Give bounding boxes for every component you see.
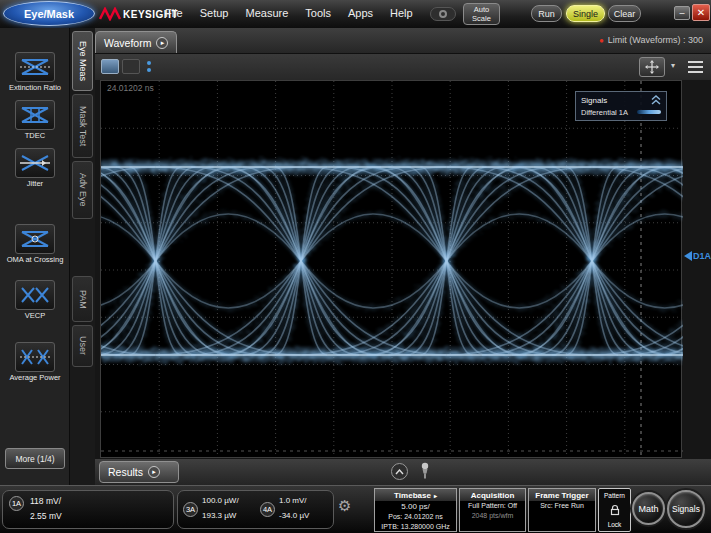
tool-label: VECP (0, 312, 70, 321)
display-toolbar: ▾ (95, 54, 711, 80)
menu-file[interactable]: File (165, 7, 183, 19)
frame-trigger-panel[interactable]: Frame Trigger Src: Free Run (528, 488, 596, 532)
menu-help[interactable]: Help (390, 7, 413, 19)
auto-scale-button[interactable]: Auto Scale (463, 3, 500, 25)
tab-pam[interactable]: PAM (72, 276, 93, 322)
tab-eye-meas[interactable]: Eye Meas (72, 31, 93, 91)
pin-icon (419, 462, 431, 479)
acquisition-full-pattern: Full Pattern: Off (460, 501, 525, 511)
tab-results[interactable]: Results ▸ (99, 461, 179, 483)
signals-button[interactable]: Signals (667, 490, 705, 528)
math-button[interactable]: Math (632, 492, 665, 525)
pan-dropdown-icon[interactable]: ▾ (671, 61, 675, 70)
channel-1a-offset: 2.55 mV (30, 511, 62, 521)
statusbar: 1A 118 mV/ 2.55 mV 3A 100.0 µW/ 193.3 µW… (0, 485, 711, 533)
eye-diagram-display[interactable]: 24.01202 ns Signals Differential 1A (100, 80, 682, 458)
timebase-iptb: IPTB: 13.280000 GHz (375, 522, 456, 532)
channel-3a-4a-panel[interactable]: 3A 100.0 µW/ 193.3 µW 4A 1.0 mV/ -34.0 µ… (177, 490, 334, 529)
signal-color-swatch (637, 110, 661, 114)
timebase-panel[interactable]: Timebase ▸ 5.00 ps/ Pos: 24.01202 ns IPT… (374, 488, 457, 532)
category-tab-strip: Eye Meas Mask Test Adv Eye PAM User (70, 28, 95, 485)
keysight-spark-icon (99, 7, 121, 21)
pan-button[interactable] (639, 57, 665, 77)
tab-adv-eye[interactable]: Adv Eye (72, 161, 93, 219)
titlebar: Eye/Mask KEYSIGHT File Setup Measure Too… (0, 0, 711, 28)
waveform-tab-bar: Waveform ▸ ● Limit (Waveforms) : 300 (95, 28, 711, 54)
panel-expand-icon: ▸ (434, 492, 437, 499)
pattern-lock-bottom-label: Lock (608, 521, 622, 528)
channel-1a-button[interactable]: 1A (9, 496, 24, 511)
channel-1a-scale: 118 mV/ (30, 496, 61, 506)
collapse-chevrons-icon[interactable] (651, 95, 661, 105)
sidebar-item-tdec[interactable]: TDEC (0, 100, 70, 141)
single-button[interactable]: Single (566, 5, 605, 22)
menu-tools[interactable]: Tools (305, 7, 331, 19)
signals-legend[interactable]: Signals Differential 1A (575, 91, 667, 121)
tab-mask-test[interactable]: Mask Test (72, 94, 93, 158)
close-button[interactable]: ✕ (692, 4, 710, 21)
collapse-panel-button[interactable] (391, 463, 408, 480)
pattern-lock-button[interactable]: Pattern Lock (598, 488, 631, 532)
menu-apps[interactable]: Apps (348, 7, 373, 19)
extinction-ratio-icon (15, 52, 55, 82)
marker-label: D1A (693, 251, 711, 261)
tab-expand-icon[interactable]: ▸ (148, 466, 160, 478)
channel-marker-d1a[interactable]: D1A (684, 251, 711, 261)
tool-label: TDEC (0, 132, 70, 141)
sidebar-item-average-power[interactable]: Average Power (0, 342, 70, 383)
menu-setup[interactable]: Setup (200, 7, 229, 19)
clear-button[interactable]: Clear (608, 5, 641, 22)
limit-record-icon: ● (599, 36, 604, 45)
menu-hamburger-icon[interactable] (688, 61, 703, 73)
minimize-button[interactable]: – (674, 6, 690, 20)
sidebar-item-vecp[interactable]: VECP (0, 280, 70, 321)
limit-text: Limit (Waveforms) : 300 (608, 35, 703, 45)
chevron-up-icon (395, 469, 404, 475)
tool-label: Jitter (0, 180, 70, 189)
tab-results-label: Results (108, 466, 143, 478)
jitter-icon (15, 148, 55, 178)
acquisition-points: 2048 pts/wfm (460, 511, 525, 521)
vecp-icon (15, 280, 55, 310)
tab-user[interactable]: User (72, 325, 93, 367)
sidebar-item-oma-at-crossing[interactable]: OMA at Crossing (0, 224, 70, 265)
channel-4a-offset: -34.0 µV (279, 511, 309, 520)
gear-icon[interactable]: ⚙ (338, 497, 351, 515)
frame-trigger-title: Frame Trigger (535, 491, 588, 500)
more-pages-button[interactable]: More (1/4) (5, 448, 65, 469)
channel-3a-button[interactable]: 3A (183, 502, 198, 517)
pan-icon (645, 60, 659, 74)
menu-measure[interactable]: Measure (245, 7, 288, 19)
channel-4a-button[interactable]: 4A (260, 502, 275, 517)
eye-diagram-trace (101, 81, 683, 459)
timebase-title: Timebase (394, 491, 431, 500)
display-dots-icon (147, 61, 151, 72)
eye-mask-mode-button[interactable]: Eye/Mask (3, 1, 95, 26)
legend-signal-label: Differential 1A (581, 108, 628, 117)
tool-label: Average Power (0, 374, 70, 383)
tab-waveform-label: Waveform (104, 37, 151, 49)
tab-expand-icon[interactable]: ▸ (156, 37, 168, 49)
run-button[interactable]: Run (531, 5, 562, 22)
tool-label: OMA at Crossing (0, 256, 70, 265)
oma-at-crossing-icon (15, 224, 55, 254)
touch-toggle-button[interactable] (430, 7, 456, 21)
sidebar-item-jitter[interactable]: Jitter (0, 148, 70, 189)
acquisition-panel[interactable]: Acquisition Full Pattern: Off 2048 pts/w… (459, 488, 526, 532)
pin-panel-button[interactable] (418, 462, 432, 481)
channel-1a-panel[interactable]: 1A 118 mV/ 2.55 mV (2, 490, 174, 529)
average-power-icon (15, 342, 55, 372)
tab-waveform[interactable]: Waveform ▸ (95, 31, 177, 53)
marker-triangle-icon (684, 251, 692, 261)
single-display-icon[interactable] (101, 59, 119, 74)
channel-3a-scale: 100.0 µW/ (202, 496, 239, 505)
frame-trigger-source: Src: Free Run (529, 501, 595, 511)
sidebar-item-extinction-ratio[interactable]: Extinction Ratio (0, 52, 70, 93)
acquisition-title: Acquisition (471, 491, 515, 500)
measurement-sidebar: Extinction Ratio TDEC Jitter OMA at Cros… (0, 28, 70, 485)
split-display-icon[interactable] (122, 59, 140, 74)
touch-icon (439, 10, 447, 18)
menubar: File Setup Measure Tools Apps Help (165, 7, 413, 19)
channel-4a-scale: 1.0 mV/ (279, 496, 307, 505)
legend-title: Signals (581, 96, 607, 105)
